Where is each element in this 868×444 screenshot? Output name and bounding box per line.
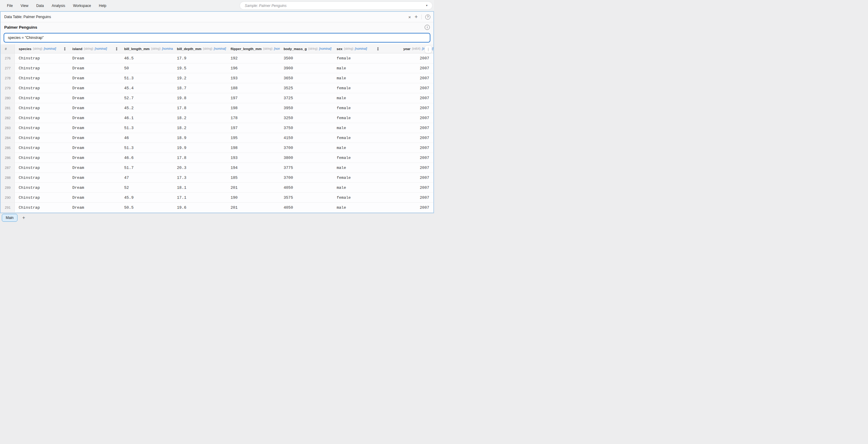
- cell-bill_depth_mm: 19.5: [173, 63, 227, 73]
- sort-icon[interactable]: [375, 47, 379, 51]
- row-number: 289: [1, 183, 15, 193]
- row-number: 278: [1, 73, 15, 83]
- cell-sex: male: [333, 93, 381, 103]
- column-header-species[interactable]: species(string)[nominal]: [15, 45, 68, 53]
- cell-bill_depth_mm: 17.3: [173, 173, 227, 182]
- cell-species: Chinstrap: [15, 113, 68, 123]
- column-measure-level: [nominal]: [162, 47, 173, 50]
- cell-year: 2007: [381, 53, 433, 63]
- column-name: species: [19, 47, 31, 51]
- cell-sex: female: [333, 173, 381, 182]
- sort-icon[interactable]: [62, 47, 66, 51]
- table-row: 284ChinstrapDream4618.91954150female2007: [1, 133, 433, 143]
- cell-bill_length_mm: 46.6: [120, 153, 173, 162]
- cell-year: 2007: [381, 203, 433, 212]
- column-menu-button[interactable]: ⋮: [425, 46, 432, 53]
- tab-main[interactable]: Main: [2, 214, 18, 222]
- cell-bill_length_mm: 51.7: [120, 163, 173, 173]
- app-window: File View Data Analysis Workspace Help S…: [0, 0, 434, 222]
- menu-workspace[interactable]: Workspace: [73, 4, 91, 8]
- cell-flipper_length_mm: 192: [227, 53, 280, 63]
- panel-title: Data Table: Palmer Penguins: [4, 15, 51, 19]
- table-row: 285ChinstrapDream51.319.91983700male2007: [1, 143, 433, 153]
- table-row: 278ChinstrapDream51.319.21933650male2007: [1, 73, 433, 83]
- cell-island: Dream: [68, 183, 120, 193]
- cell-flipper_length_mm: 190: [227, 193, 280, 202]
- info-icon[interactable]: i: [425, 25, 430, 30]
- column-type: (string): [151, 47, 160, 50]
- cell-sex: male: [333, 203, 381, 212]
- column-header-flipper_length_mm[interactable]: flipper_length_mm(string)[nominal]: [227, 45, 280, 53]
- table-row: 281ChinstrapDream45.217.81983950female20…: [1, 103, 433, 113]
- column-name: island: [72, 47, 82, 51]
- cell-year: 2007: [381, 153, 433, 162]
- add-tab-button[interactable]: +: [22, 215, 25, 220]
- help-icon[interactable]: ?: [425, 14, 430, 20]
- table-row: 291ChinstrapDream50.519.62014050male2007: [1, 203, 433, 213]
- row-number: 279: [1, 83, 15, 93]
- column-header-bill_length_mm[interactable]: bill_length_mm(string)[nominal]: [120, 45, 173, 53]
- cell-flipper_length_mm: 201: [227, 203, 280, 212]
- cell-island: Dream: [68, 83, 120, 93]
- column-header-bill_depth_mm[interactable]: bill_depth_mm(string)[nominal]: [173, 45, 227, 53]
- column-header-sex[interactable]: sex(string)[nominal]: [333, 45, 381, 53]
- column-type: (string): [344, 47, 353, 50]
- cell-bill_length_mm: 45.4: [120, 83, 173, 93]
- table-row: 277ChinstrapDream5019.51963900male2007: [1, 63, 433, 73]
- cell-species: Chinstrap: [15, 103, 68, 113]
- cell-species: Chinstrap: [15, 53, 68, 63]
- close-icon[interactable]: ×: [408, 15, 411, 19]
- table-row: 289ChinstrapDream5218.12014050male2007: [1, 183, 433, 193]
- cell-species: Chinstrap: [15, 143, 68, 153]
- add-panel-icon[interactable]: +: [414, 14, 418, 20]
- row-number: 288: [1, 173, 15, 182]
- menu-help[interactable]: Help: [99, 4, 106, 8]
- cell-bill_depth_mm: 17.9: [173, 53, 227, 63]
- cell-body_mass_g: 3900: [280, 63, 333, 73]
- cell-bill_length_mm: 52.7: [120, 93, 173, 103]
- row-number: 284: [1, 133, 15, 143]
- cell-flipper_length_mm: 196: [227, 63, 280, 73]
- cell-sex: female: [333, 83, 381, 93]
- column-type: (string): [33, 47, 42, 50]
- cell-flipper_length_mm: 201: [227, 183, 280, 193]
- cell-flipper_length_mm: 195: [227, 133, 280, 143]
- cell-bill_length_mm: 50.5: [120, 203, 173, 212]
- cell-year: 2007: [381, 113, 433, 123]
- cell-flipper_length_mm: 193: [227, 153, 280, 162]
- cell-year: 2007: [381, 93, 433, 103]
- cell-species: Chinstrap: [15, 133, 68, 143]
- cell-sex: male: [333, 63, 381, 73]
- column-measure-level: [nominal]: [44, 47, 56, 50]
- menu-file[interactable]: File: [7, 4, 13, 8]
- cell-island: Dream: [68, 53, 120, 63]
- column-name: flipper_length_mm: [230, 47, 261, 51]
- column-measure-level: [nominal]: [319, 47, 332, 50]
- column-header-island[interactable]: island(string)[nominal]: [68, 45, 120, 53]
- cell-body_mass_g: 4150: [280, 133, 333, 143]
- row-number: 282: [1, 113, 15, 123]
- menu-analysis[interactable]: Analysis: [52, 4, 65, 8]
- cell-body_mass_g: 3250: [280, 113, 333, 123]
- cell-bill_depth_mm: 18.2: [173, 113, 227, 123]
- sort-icon[interactable]: [114, 47, 118, 51]
- column-name: bill_depth_mm: [177, 47, 201, 51]
- cell-year: 2007: [381, 73, 433, 83]
- row-number: 277: [1, 63, 15, 73]
- cell-body_mass_g: 4050: [280, 203, 333, 212]
- column-header-body_mass_g[interactable]: body_mass_g(string)[nominal]: [280, 45, 333, 53]
- menu-view[interactable]: View: [21, 4, 28, 8]
- menu-data[interactable]: Data: [36, 4, 44, 8]
- cell-island: Dream: [68, 113, 120, 123]
- cell-body_mass_g: 3800: [280, 153, 333, 162]
- cell-island: Dream: [68, 63, 120, 73]
- filter-expression-input[interactable]: [4, 33, 430, 42]
- cell-flipper_length_mm: 198: [227, 103, 280, 113]
- row-number: 276: [1, 53, 15, 63]
- cell-island: Dream: [68, 153, 120, 162]
- cell-body_mass_g: 3575: [280, 193, 333, 202]
- row-number: 281: [1, 103, 15, 113]
- sample-dataset-selector[interactable]: Sample: Palmer Penguins ▼: [240, 1, 433, 10]
- cell-flipper_length_mm: 197: [227, 123, 280, 133]
- cell-bill_length_mm: 46: [120, 133, 173, 143]
